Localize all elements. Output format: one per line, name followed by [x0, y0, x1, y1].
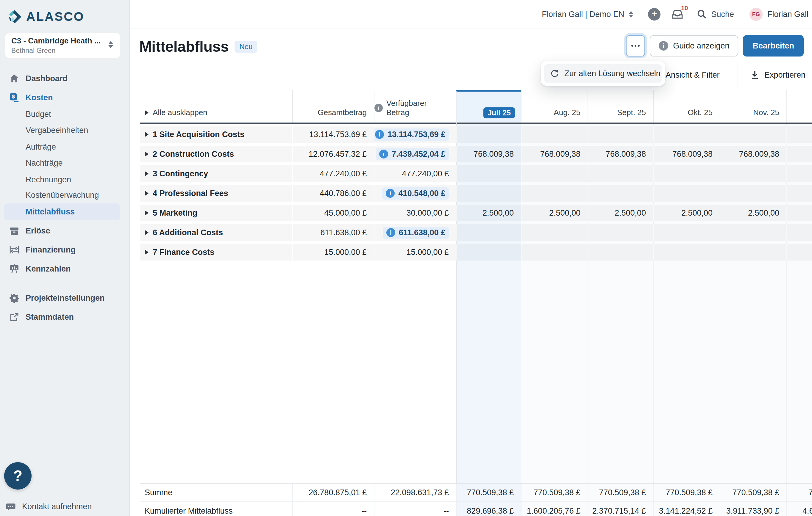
current-month-pill: Juli 25 — [484, 108, 515, 118]
alasco-logo-text: ALASCO — [26, 9, 84, 24]
chat-bubble-icon — [6, 502, 16, 512]
sidebar-item-erloese[interactable]: Erlöse — [4, 222, 120, 239]
info-icon[interactable]: i — [374, 104, 383, 112]
info-icon: i — [379, 150, 388, 158]
expand-row-icon[interactable] — [145, 249, 148, 255]
page-title: Mittelabfluss — [139, 38, 229, 55]
info-icon: i — [386, 189, 395, 198]
table-summary: Summe 26.780.875,01 £ 22.098.631,73 £ 77… — [140, 483, 812, 516]
add-button[interactable]: + — [648, 8, 661, 21]
sidebar-item-mittelabfluss[interactable]: Mittelabfluss — [4, 204, 120, 220]
sidebar: ALASCO C3 - Cambridge Heath ... Bethnal … — [0, 0, 130, 516]
table-body: 1 Site Acquisition Costs 13.114.753,69 £… — [140, 126, 812, 264]
table-row: 7 Finance Costs 15.000,00 £ 15.000,00 £ — [140, 244, 812, 261]
alasco-logo: ALASCO — [7, 9, 84, 24]
download-icon — [750, 70, 760, 80]
expand-row-icon[interactable] — [145, 171, 148, 176]
table-row: 6 Additional Costs 611.638,00 £ i611.638… — [140, 224, 812, 241]
col-header-aug: Aug. 25 — [554, 108, 587, 123]
col-header-okt: Okt. 25 — [688, 108, 720, 123]
available-amount-chip[interactable]: i410.548,00 £ — [382, 187, 449, 200]
info-icon: i — [375, 130, 384, 139]
user-name: Florian Gall — [767, 10, 808, 19]
col-header-verfuegbarer-betrag: iVerfügbarer Betrag — [374, 99, 456, 123]
available-amount-chip[interactable]: i13.114.753,69 £ — [374, 128, 449, 141]
refresh-icon — [550, 69, 559, 78]
more-options-menu: Zur alten Lösung wechseln — [541, 61, 665, 86]
sidebar-item-stammdaten[interactable]: Stammdaten — [4, 309, 120, 325]
switch-to-old-solution-item[interactable]: Zur alten Lösung wechseln — [544, 64, 662, 83]
sidebar-item-kennzahlen[interactable]: Kennzahlen — [4, 261, 120, 277]
project-location: Bethnal Green — [11, 47, 114, 55]
col-header-nov: Nov. 25 — [753, 108, 786, 123]
table-row: 2 Construction Costs 12.076.457,32 £ i7.… — [140, 146, 812, 162]
available-amount-chip[interactable]: i7.439.452,04 £ — [376, 148, 449, 160]
archive-icon — [9, 226, 19, 236]
transfer-arrows-icon — [9, 245, 19, 255]
project-selector[interactable]: C3 - Cambridge Heath ... Bethnal Green — [5, 33, 120, 58]
table-row: 1 Site Acquisition Costs 13.114.753,69 £… — [140, 126, 812, 143]
home-icon — [9, 73, 19, 84]
sidebar-item-kosten[interactable]: $ Kosten — [4, 89, 120, 106]
col-header-juli: Juli 25 — [456, 90, 521, 123]
table-row: 4 Professional Fees 440.786,00 £ i410.54… — [140, 185, 812, 202]
cashflow-table: Alle ausklappen Gesamtbetrag iVerfügbare… — [140, 90, 812, 516]
available-amount-chip[interactable]: i611.638,00 £ — [383, 226, 449, 239]
sidebar-item-vergabeeinheiten[interactable]: Vergabeeinheiten — [4, 122, 120, 139]
expand-row-icon[interactable] — [145, 210, 148, 216]
costs-pound-icon: $ — [9, 92, 19, 102]
main-content: Mittelabfluss Neu i Guide anzeigen Bearb… — [130, 29, 812, 516]
col-header-gesamtbetrag: Gesamtbetrag — [318, 108, 374, 123]
col-header-sept: Sept. 25 — [617, 108, 653, 123]
alasco-logo-icon — [7, 9, 23, 24]
search-button[interactable]: Suche — [697, 9, 734, 19]
caret-right-icon — [145, 110, 148, 115]
notifications-button[interactable]: 10 — [671, 9, 684, 20]
expand-row-icon[interactable] — [145, 132, 148, 137]
topbar: Florian Gall | Demo EN + 10 — [130, 0, 812, 29]
kpi-board-icon — [9, 264, 19, 274]
sidebar-item-nachtraege[interactable]: Nachträge — [4, 155, 120, 171]
show-guide-button[interactable]: i Guide anzeigen — [650, 35, 738, 57]
notification-count-badge: 10 — [681, 4, 688, 11]
svg-text:$: $ — [12, 93, 15, 100]
expand-row-icon[interactable] — [145, 191, 148, 196]
sidebar-item-auftraege[interactable]: Aufträge — [4, 139, 120, 155]
sidebar-item-budget[interactable]: Budget — [4, 106, 120, 123]
export-button[interactable]: Exportieren — [750, 67, 806, 83]
search-icon — [697, 9, 707, 19]
table-row: 5 Marketing 45.000,00 £ 30.000,00 £ 2.50… — [140, 205, 812, 221]
sidebar-item-kostenueberwachung[interactable]: Kostenüberwachung — [4, 187, 120, 204]
toolbar-divider — [737, 62, 738, 88]
app-window: ALASCO C3 - Cambridge Heath ... Bethnal … — [0, 0, 812, 516]
expand-all-button[interactable]: Alle ausklappen — [140, 108, 207, 123]
sidebar-item-dashboard[interactable]: Dashboard — [4, 70, 120, 87]
sidebar-item-rechnungen[interactable]: Rechnungen — [4, 171, 120, 188]
new-badge: Neu — [235, 41, 257, 53]
help-button[interactable]: ? — [4, 462, 32, 489]
project-selector-chevrons-icon — [108, 41, 113, 48]
sidebar-item-projekteinstellungen[interactable]: Projekteinstellungen — [4, 290, 120, 306]
sum-row: Summe 26.780.875,01 £ 22.098.631,73 £ 77… — [140, 484, 812, 502]
info-icon: i — [386, 228, 395, 237]
external-link-icon — [9, 312, 19, 322]
contact-button[interactable]: Kontakt aufnehmen — [0, 499, 130, 515]
table-header: Alle ausklappen Gesamtbetrag iVerfügbare… — [140, 90, 812, 124]
avatar[interactable]: FG — [750, 8, 762, 21]
workspace-chevrons-icon — [629, 11, 633, 18]
project-name: C3 - Cambridge Heath ... — [11, 36, 114, 45]
table-row: 3 Contingency 477.240,00 £ 477.240,00 £ — [140, 165, 812, 182]
info-icon: i — [659, 41, 668, 51]
cumulative-row: Kumulierter Mittelabfluss -- -- 829.696,… — [140, 502, 812, 516]
sidebar-item-finanzierung[interactable]: Finanzierung — [4, 242, 120, 258]
workspace-switcher[interactable]: Florian Gall | Demo EN — [542, 10, 633, 19]
gear-icon — [9, 293, 19, 303]
edit-button[interactable]: Bearbeiten — [743, 35, 804, 57]
expand-row-icon[interactable] — [145, 151, 148, 157]
more-options-button[interactable] — [626, 35, 645, 57]
expand-row-icon[interactable] — [145, 230, 148, 235]
workspace-name: Florian Gall | Demo EN — [542, 10, 624, 19]
